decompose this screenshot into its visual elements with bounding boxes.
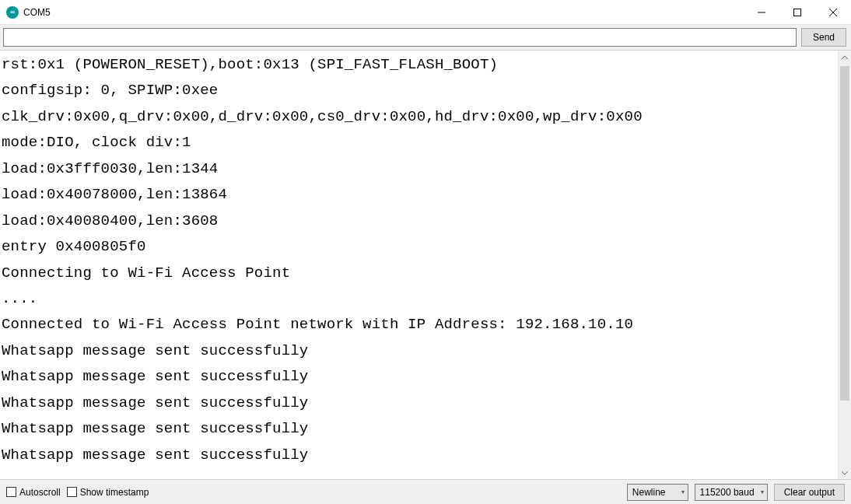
serial-output: rst:0x1 (POWERON_RESET),boot:0x13 (SPI_F… <box>0 51 838 479</box>
close-button[interactable] <box>815 0 851 24</box>
timestamp-label: Show timestamp <box>80 487 149 498</box>
checkbox-icon <box>67 487 77 497</box>
scroll-down-icon[interactable] <box>839 466 851 479</box>
checkbox-icon <box>6 487 16 497</box>
send-row: Send <box>0 25 851 51</box>
line-ending-select[interactable]: Newline ▾ <box>627 484 688 501</box>
chevron-down-icon: ▾ <box>681 488 685 495</box>
titlebar: ∞ COM5 <box>0 0 851 25</box>
maximize-button[interactable] <box>779 0 815 24</box>
console-wrap: rst:0x1 (POWERON_RESET),boot:0x13 (SPI_F… <box>0 51 851 479</box>
scroll-up-icon[interactable] <box>839 51 851 64</box>
autoscroll-checkbox[interactable]: Autoscroll <box>6 487 61 498</box>
baud-select[interactable]: 115200 baud ▾ <box>695 484 768 501</box>
serial-input[interactable] <box>3 28 797 47</box>
clear-output-button[interactable]: Clear output <box>774 484 845 501</box>
chevron-down-icon: ▾ <box>761 488 764 495</box>
statusbar: Autoscroll Show timestamp Newline ▾ 1152… <box>0 479 851 504</box>
svg-rect-1 <box>794 9 801 16</box>
minimize-button[interactable] <box>744 0 779 24</box>
line-ending-value: Newline <box>632 487 666 498</box>
scroll-thumb[interactable] <box>840 66 849 401</box>
baud-value: 115200 baud <box>700 487 755 498</box>
window-controls <box>744 0 851 24</box>
window-title: COM5 <box>23 7 744 18</box>
arduino-icon: ∞ <box>6 6 19 19</box>
timestamp-checkbox[interactable]: Show timestamp <box>67 487 149 498</box>
autoscroll-label: Autoscroll <box>19 487 61 498</box>
scrollbar[interactable] <box>838 51 851 479</box>
send-button[interactable]: Send <box>801 28 846 47</box>
